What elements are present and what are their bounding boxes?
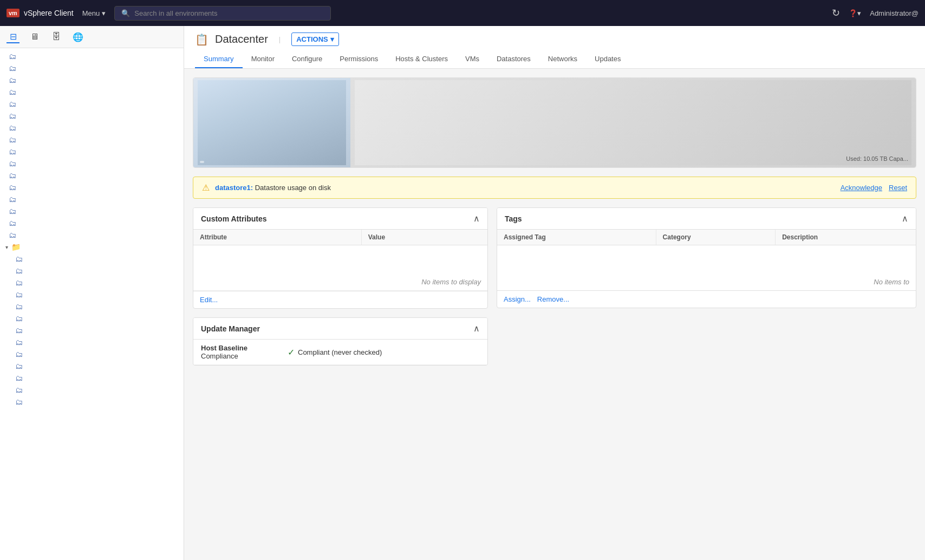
sidebar-icon-layout[interactable]: ⊟	[6, 30, 19, 43]
alert-banner: ⚠ datastore1: Datastore usage on disk Ac…	[193, 177, 916, 199]
custom-attributes-title: Custom Attributes	[201, 214, 267, 223]
assign-link[interactable]: Assign...	[504, 295, 531, 303]
tab-datastores[interactable]: Datastores	[488, 50, 539, 68]
folder-icon: 🗂	[9, 112, 16, 120]
help-icon[interactable]: ❓▾	[849, 9, 861, 17]
tab-networks[interactable]: Networks	[539, 50, 586, 68]
sidebar-item[interactable]: 🗂	[0, 74, 184, 86]
folder-icon: 🗂	[15, 350, 23, 359]
sidebar-item[interactable]: 🗂	[0, 50, 184, 62]
custom-attributes-table: Attribute Value No items to display	[193, 230, 487, 291]
sidebar-item[interactable]: 🗂	[0, 348, 184, 360]
main-content: 📋 Datacenter | ACTIONS ▾ Summary Monitor…	[184, 26, 925, 560]
sidebar-item[interactable]: 🗂	[0, 158, 184, 170]
sidebar-items-list: 🗂 🗂 🗂 🗂 🗂 🗂 🗂 🗂	[0, 48, 184, 410]
folder-icon: 🗂	[15, 278, 23, 287]
alert-actions: Acknowledge Reset	[841, 184, 907, 192]
sidebar-item[interactable]: 🗂	[0, 205, 184, 217]
tab-permissions[interactable]: Permissions	[331, 50, 387, 68]
tab-configure[interactable]: Configure	[283, 50, 331, 68]
folder-icon: 🗂	[9, 207, 16, 216]
tab-vms[interactable]: VMs	[457, 50, 488, 68]
sidebar-item[interactable]: 🗂	[0, 324, 184, 336]
folder-icon: 🗂	[15, 266, 23, 275]
sidebar-item[interactable]: 🗂	[0, 86, 184, 98]
collapse-update-button[interactable]: ∧	[473, 323, 480, 334]
app-layout: ⊟ 🖥 🗄 🌐 🗂 🗂 🗂 🗂 🗂 🗂	[0, 26, 925, 560]
tags-no-items-text: No items to	[497, 245, 916, 291]
sidebar-item[interactable]: 🗂	[0, 289, 184, 301]
sidebar-item[interactable]: 🗂	[0, 277, 184, 289]
folder-icon: 🗂	[9, 100, 16, 108]
reset-button[interactable]: Reset	[889, 184, 907, 192]
user-menu[interactable]: Administrator@	[870, 9, 919, 17]
description-col: Description	[776, 230, 916, 245]
sidebar-item[interactable]: 🗂	[0, 372, 184, 384]
sidebar-item[interactable]: 🗂	[0, 312, 184, 324]
acknowledge-button[interactable]: Acknowledge	[841, 184, 882, 192]
tab-monitor[interactable]: Monitor	[243, 50, 283, 68]
folder-icon: 🗂	[9, 88, 16, 96]
brand-title: vSphere Client	[24, 9, 74, 17]
datacenter-icon: 📁	[11, 243, 21, 251]
collapse-tags-button[interactable]: ∧	[902, 213, 908, 224]
sidebar-item[interactable]: 🗂	[0, 122, 184, 134]
sidebar-item[interactable]: 🗂	[0, 229, 184, 241]
sidebar-item[interactable]: 🗂	[0, 170, 184, 181]
sidebar-item[interactable]: 🗂	[0, 301, 184, 312]
sidebar-item[interactable]: 🗂	[0, 253, 184, 265]
sidebar-item[interactable]: 🗂	[0, 336, 184, 348]
remove-link[interactable]: Remove...	[537, 295, 569, 303]
no-items-row: No items to display	[193, 245, 487, 291]
tab-hosts-clusters[interactable]: Hosts & Clusters	[387, 50, 457, 68]
content-body: Used: 10.05 TB Capa... ⚠ datastore1: Dat…	[184, 69, 925, 383]
folder-icon: 🗂	[9, 195, 16, 204]
custom-attributes-header: Custom Attributes ∧	[193, 208, 487, 230]
actions-label: ACTIONS	[296, 35, 328, 43]
sidebar-item[interactable]: 🗂	[0, 384, 184, 396]
folder-icon: 🗂	[15, 386, 23, 394]
folder-icon: 🗂	[15, 362, 23, 370]
sidebar-item[interactable]: 🗂	[0, 265, 184, 277]
col-left: Custom Attributes ∧ Attribute Value	[193, 207, 488, 374]
content-header: 📋 Datacenter | ACTIONS ▾ Summary Monitor…	[184, 26, 925, 69]
sidebar-item[interactable]: 🗂	[0, 360, 184, 372]
refresh-icon[interactable]: ↻	[832, 7, 840, 19]
sidebar-icon-server[interactable]: 🖥	[28, 30, 41, 43]
compliant-icon: ✓	[288, 347, 295, 357]
update-value: ✓ Compliant (never checked)	[288, 347, 382, 357]
tab-summary[interactable]: Summary	[195, 50, 243, 68]
edit-link[interactable]: Edit...	[200, 296, 218, 304]
sidebar-item[interactable]: 🗂	[0, 134, 184, 146]
tab-updates[interactable]: Updates	[586, 50, 629, 68]
folder-icon: 🗂	[9, 76, 16, 84]
tags-title: Tags	[505, 214, 522, 223]
alert-link[interactable]: datastore1:	[215, 184, 253, 192]
sidebar-item[interactable]: 🗂	[0, 110, 184, 122]
custom-attributes-footer: Edit...	[193, 291, 487, 308]
sidebar-group-item[interactable]: ▾ 📁	[0, 241, 184, 253]
alert-text: datastore1: Datastore usage on disk	[215, 184, 841, 192]
sidebar-item[interactable]: 🗂	[0, 181, 184, 193]
summary-image-right: Used: 10.05 TB Capa...	[350, 78, 916, 167]
summary-images: Used: 10.05 TB Capa...	[193, 77, 916, 168]
sidebar-item[interactable]: 🗂	[0, 146, 184, 158]
folder-icon: 🗂	[9, 159, 16, 168]
sidebar-item[interactable]: 🗂	[0, 98, 184, 110]
search-bar[interactable]: 🔍 Search in all environments	[114, 6, 331, 21]
custom-attributes-card: Custom Attributes ∧ Attribute Value	[193, 207, 488, 309]
search-icon: 🔍	[121, 9, 130, 17]
page-title: Datacenter	[215, 33, 268, 45]
collapse-button[interactable]: ∧	[473, 213, 480, 224]
actions-button[interactable]: ACTIONS ▾	[291, 32, 339, 46]
sidebar-item[interactable]: 🗂	[0, 217, 184, 229]
header-top: 📋 Datacenter | ACTIONS ▾	[195, 32, 914, 46]
menu-button[interactable]: Menu ▾	[82, 9, 106, 17]
sidebar-item[interactable]: 🗂	[0, 193, 184, 205]
chevron-down-icon: ▾	[330, 35, 334, 43]
update-label: Host Baseline Compliance	[201, 344, 288, 360]
sidebar-item[interactable]: 🗂	[0, 62, 184, 74]
sidebar-icon-globe[interactable]: 🌐	[71, 30, 84, 43]
sidebar-icon-database[interactable]: 🗄	[50, 30, 63, 43]
sidebar-item[interactable]: 🗂	[0, 396, 184, 408]
